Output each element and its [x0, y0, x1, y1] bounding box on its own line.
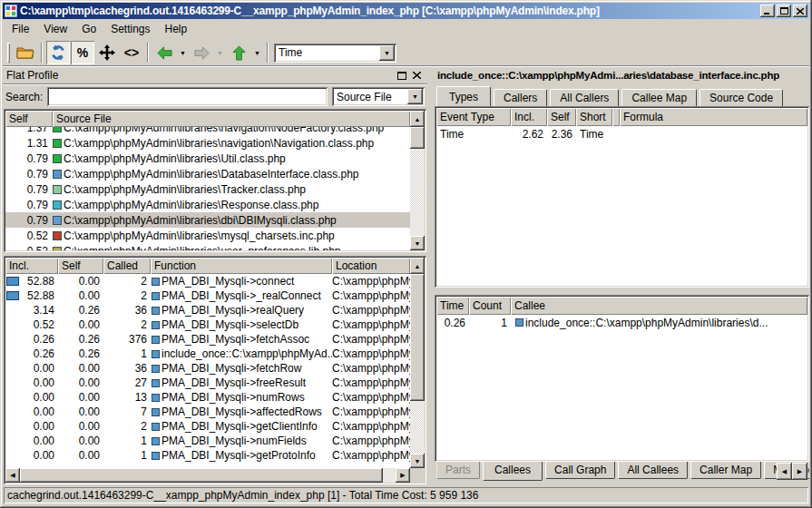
close-button[interactable] [793, 5, 807, 17]
column-header-self[interactable]: Self [547, 108, 576, 126]
open-button[interactable] [14, 41, 37, 64]
menu-file[interactable]: File [5, 20, 36, 38]
forward-dropdown[interactable]: ▼ [214, 41, 226, 64]
file-row[interactable]: 0.52 C:\xampp\phpMyAdmin\libraries\mysql… [5, 228, 410, 243]
scroll-up-icon[interactable]: ▲ [410, 111, 425, 127]
function-row[interactable]: 0.00 0.00 1 PMA_DBI_Mysqli->getProtoInfo… [5, 448, 410, 463]
function-row[interactable]: 52.88 0.00 2 PMA_DBI_Mysqli->connect C:\… [5, 274, 410, 288]
scroll-down-icon[interactable]: ▼ [410, 454, 425, 468]
scrollbar-thumb[interactable] [410, 127, 425, 149]
menu-go[interactable]: Go [74, 20, 103, 38]
tab-callees[interactable]: Callees [483, 462, 543, 481]
tab-all-callers[interactable]: All Callers [550, 89, 619, 106]
move-arrows-icon [99, 44, 115, 61]
vertical-scrollbar[interactable]: ▼ [410, 127, 425, 250]
toolbar-handle[interactable] [7, 43, 10, 63]
file-row[interactable]: 0.79 C:\xampp\phpMyAdmin\libraries\Util.… [5, 151, 410, 166]
column-header-short[interactable]: Short [576, 108, 612, 126]
cycle-detection-button[interactable]: <> [120, 41, 143, 64]
callee-cell[interactable]: include_once::C:\xampp\phpMyAdmin\librar… [511, 315, 807, 330]
horizontal-scrollbar[interactable]: ◀ ▶ [5, 468, 410, 483]
back-button[interactable] [152, 41, 176, 64]
tab-types[interactable]: Types [436, 86, 491, 106]
tab-caller-map[interactable]: Caller Map [690, 462, 761, 479]
file-row[interactable]: 0.52 C:\xampp\phpMyAdmin\libraries\user_… [5, 243, 410, 250]
minimize-button[interactable] [760, 5, 775, 17]
time-cell[interactable]: 0.26 [436, 315, 469, 330]
column-header-source-file[interactable]: Source File [53, 111, 410, 127]
search-input[interactable] [47, 87, 328, 106]
up-button[interactable] [227, 41, 250, 64]
function-row[interactable]: 0.26 0.26 376 PMA_DBI_Mysqli->fetchAssoc… [5, 332, 410, 347]
reload-button[interactable] [46, 41, 70, 64]
function-name: PMA_DBI_Mysqli->getClientInfo [161, 420, 318, 433]
column-header-formula[interactable]: Formula [620, 108, 807, 126]
horizontal-splitter[interactable] [435, 288, 809, 295]
tab-parts[interactable]: Parts [436, 462, 480, 479]
tab-call-graph[interactable]: Call Graph [545, 462, 615, 479]
column-header-count[interactable]: Count [469, 297, 511, 315]
expand-cost-button[interactable] [95, 41, 119, 64]
function-row[interactable]: 52.88 0.00 2 PMA_DBI_Mysqli->_realConnec… [5, 288, 410, 303]
vertical-scrollbar[interactable]: ▼ [410, 274, 425, 468]
tab-callers[interactable]: Callers [494, 89, 547, 106]
forward-button[interactable] [190, 41, 213, 64]
file-row[interactable]: 0.79 C:\xampp\phpMyAdmin\libraries\Respo… [5, 197, 410, 212]
file-row[interactable]: 1.31 C:\xampp\phpMyAdmin\libraries\navig… [5, 135, 410, 151]
location: C:\xampp\phpMy [332, 289, 410, 302]
back-dropdown[interactable]: ▼ [177, 41, 189, 64]
column-header-callee[interactable]: Callee [511, 297, 807, 315]
column-header-time[interactable]: Time [436, 297, 469, 315]
titlebar[interactable]: C:\xampp\tmp\cachegrind.out.1416463299-C… [3, 3, 809, 19]
column-header-incl[interactable]: Incl. [5, 258, 58, 274]
scrollbar-thumb[interactable] [410, 274, 425, 401]
function-row[interactable]: 0.26 0.26 1 include_once::C:\xampp\phpMy… [5, 347, 410, 361]
function-row[interactable]: 0.00 0.00 27 PMA_DBI_Mysqli->freeResult … [5, 376, 410, 390]
tab-source-code[interactable]: Source Code [699, 89, 783, 106]
maximize-button[interactable] [777, 5, 791, 17]
function-row[interactable]: 0.00 0.00 7 PMA_DBI_Mysqli->affectedRows… [5, 405, 410, 419]
scrollbar-thumb[interactable] [20, 468, 383, 483]
file-path: C:\xampp\phpMyAdmin\libraries\mysql_char… [64, 230, 410, 242]
tab-all-callees[interactable]: All Callees [618, 462, 688, 479]
scroll-left-icon[interactable]: ◀ [5, 468, 20, 483]
menu-help[interactable]: Help [158, 20, 195, 38]
column-header-called[interactable]: Called [103, 258, 151, 274]
combo-dropdown-icon[interactable]: ▼ [379, 45, 395, 61]
function-row[interactable]: 0.52 0.00 2 PMA_DBI_Mysqli->selectDb C:\… [5, 318, 410, 332]
tab-scroll-left-icon[interactable]: ◀ [777, 463, 792, 480]
tab-scroll-right-icon[interactable]: ▶ [792, 463, 807, 480]
menu-view[interactable]: View [36, 20, 74, 38]
column-header-event-type[interactable]: Event Type [436, 108, 511, 126]
file-row[interactable]: 1.37 C:\xampp\phpMyAdmin\libraries\navig… [5, 127, 410, 135]
function-row[interactable]: 0.00 0.00 13 PMA_DBI_Mysqli->numRows C:\… [5, 390, 410, 405]
function-row[interactable]: 0.00 0.00 2 PMA_DBI_Mysqli->getClientInf… [5, 419, 410, 434]
tab-callee-map[interactable]: Callee Map [621, 89, 697, 106]
cost-color-swatch [53, 200, 62, 210]
float-dock-button[interactable] [395, 69, 409, 82]
file-row[interactable]: 0.79 C:\xampp\phpMyAdmin\libraries\Track… [5, 181, 410, 197]
up-dropdown[interactable]: ▼ [251, 41, 263, 64]
scroll-right-icon[interactable]: ▶ [396, 468, 410, 483]
column-header-location[interactable]: Location [332, 258, 410, 274]
event-type-selector[interactable]: Time ▼ [274, 44, 396, 63]
column-header-self[interactable]: Self [5, 111, 53, 127]
scroll-down-icon[interactable]: ▼ [410, 236, 425, 250]
column-header-incl[interactable]: Incl. [511, 108, 547, 126]
dock-titlebar[interactable]: Flat Profile [3, 67, 427, 84]
close-dock-button[interactable] [409, 69, 424, 82]
file-row-selected[interactable]: 0.79 C:\xampp\phpMyAdmin\libraries\dbi\D… [5, 212, 410, 228]
file-row[interactable]: 0.79 C:\xampp\phpMyAdmin\libraries\Datab… [5, 166, 410, 181]
function-row[interactable]: 0.00 0.00 36 PMA_DBI_Mysqli->fetchRow C:… [5, 361, 410, 376]
column-header-self[interactable]: Self [58, 258, 103, 274]
function-row[interactable]: 3.14 0.26 36 PMA_DBI_Mysqli->realQuery C… [5, 303, 410, 318]
combo-dropdown-icon[interactable]: ▼ [407, 89, 423, 104]
event-type-cell[interactable]: Time [436, 126, 511, 142]
column-header-function[interactable]: Function [151, 258, 332, 274]
menu-settings[interactable]: Settings [103, 20, 157, 38]
percent-toggle-button[interactable]: % [71, 41, 94, 64]
scroll-up-icon[interactable]: ▲ [410, 258, 425, 274]
function-row[interactable]: 0.00 0.00 1 PMA_DBI_Mysqli->numFields C:… [5, 434, 410, 448]
grouping-selector[interactable]: Source File ▼ [332, 87, 425, 106]
vertical-splitter[interactable] [427, 67, 435, 484]
